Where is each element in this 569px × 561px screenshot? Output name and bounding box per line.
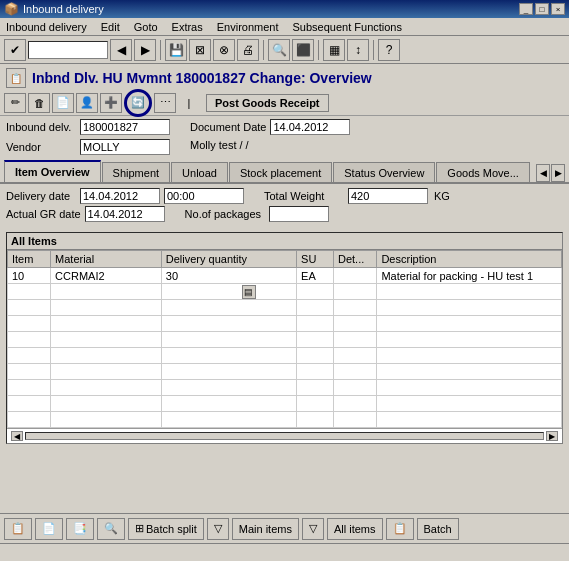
nav-right-button[interactable]: ▶ xyxy=(134,39,156,61)
tab-prev-button[interactable]: ◀ xyxy=(536,164,550,182)
table-row-input: ▤ xyxy=(8,284,562,300)
close-button[interactable]: × xyxy=(551,3,565,15)
tab-navigation: ◀ ▶ xyxy=(536,164,565,182)
sub-toolbar: ✏ 🗑 📄 👤 ➕ 🔄 ⋯ | Post Goods Receipt xyxy=(0,90,569,116)
batch-button[interactable]: Batch xyxy=(417,518,459,540)
cell-material: CCRMAI2 xyxy=(51,268,162,284)
toolbar-separator-4 xyxy=(373,40,374,60)
material-input[interactable] xyxy=(51,285,139,299)
minimize-button[interactable]: _ xyxy=(519,3,533,15)
main-toolbar: ✔ ◀ ▶ 💾 ⊠ ⊗ 🖨 🔍 ⬛ ▦ ↕ ? xyxy=(0,36,569,64)
cell-material-2[interactable] xyxy=(51,284,162,300)
delivery-date-input[interactable] xyxy=(80,188,160,204)
cell-det-2 xyxy=(334,284,377,300)
nav-left-button[interactable]: ◀ xyxy=(110,39,132,61)
filter-icon-btn-2[interactable]: ▽ xyxy=(302,518,324,540)
doc-icon-btn[interactable]: 📋 xyxy=(386,518,414,540)
tab-unload[interactable]: Unload xyxy=(171,162,228,182)
table-row-empty-8 xyxy=(8,412,562,428)
check-button[interactable]: ✔ xyxy=(4,39,26,61)
no-packages-input[interactable] xyxy=(269,206,329,222)
icon-btn-1[interactable]: 📋 xyxy=(4,518,32,540)
tab-item-overview[interactable]: Item Overview xyxy=(4,160,101,182)
col-det: Det... xyxy=(334,251,377,268)
filter-icon-2: ▽ xyxy=(309,522,317,535)
scroll-right-btn[interactable]: ▶ xyxy=(546,431,558,441)
cell-su-2 xyxy=(297,284,334,300)
shortcut-button[interactable]: ⊠ xyxy=(189,39,211,61)
batch-split-button[interactable]: ⊞ Batch split xyxy=(128,518,204,540)
scrollbar-track[interactable] xyxy=(25,432,544,440)
col-delivery-qty: Delivery quantity xyxy=(161,251,296,268)
vendor-input[interactable] xyxy=(80,139,170,155)
hu-movement-button[interactable]: 🔄 xyxy=(124,89,152,117)
user-btn[interactable]: 👤 xyxy=(76,93,98,113)
find-button[interactable]: 🔍 xyxy=(268,39,290,61)
menu-goto[interactable]: Goto xyxy=(132,21,160,33)
icon-btn-2[interactable]: 📄 xyxy=(35,518,63,540)
menu-subsequent-functions[interactable]: Subsequent Functions xyxy=(291,21,404,33)
delete-btn[interactable]: 🗑 xyxy=(28,93,50,113)
menu-inbound-delivery[interactable]: Inbound delivery xyxy=(4,21,89,33)
save-button[interactable]: 💾 xyxy=(165,39,187,61)
icon-btn-3[interactable]: 📑 xyxy=(66,518,94,540)
toolbar-separator-3 xyxy=(318,40,319,60)
icon-2: 📄 xyxy=(42,522,56,535)
find-next-button[interactable]: ⬛ xyxy=(292,39,314,61)
qty-picker-btn[interactable]: ▤ xyxy=(242,285,256,299)
post-goods-receipt-button[interactable]: Post Goods Receipt xyxy=(206,94,329,112)
cell-description: Material for packing - HU test 1 xyxy=(377,268,562,284)
menu-bar: Inbound delivery Edit Goto Extras Enviro… xyxy=(0,18,569,36)
qty-input[interactable] xyxy=(162,285,242,299)
doc-btn[interactable]: 📄 xyxy=(52,93,74,113)
title-bar-label: Inbound delivery xyxy=(23,3,104,15)
menu-environment[interactable]: Environment xyxy=(215,21,281,33)
add-btn[interactable]: ➕ xyxy=(100,93,122,113)
inbound-deliv-input[interactable] xyxy=(80,119,170,135)
table-row-empty-2 xyxy=(8,316,562,332)
table-row-empty-4 xyxy=(8,348,562,364)
vendor-name-value: Molly test / / xyxy=(190,139,249,151)
filter-icon-btn[interactable]: ▽ xyxy=(207,518,229,540)
document-date-input[interactable] xyxy=(270,119,350,135)
icon-4: 🔍 xyxy=(104,522,118,535)
tab-next-button[interactable]: ▶ xyxy=(551,164,565,182)
items-table-container: All Items Item Material Delivery quantit… xyxy=(6,232,563,444)
tab-stock-placement[interactable]: Stock placement xyxy=(229,162,332,182)
command-field[interactable] xyxy=(28,41,108,59)
scroll-left-btn[interactable]: ◀ xyxy=(11,431,23,441)
total-weight-input[interactable] xyxy=(348,188,428,204)
menu-edit[interactable]: Edit xyxy=(99,21,122,33)
table-row-empty-1 xyxy=(8,300,562,316)
cell-item: 10 xyxy=(8,268,51,284)
tab-status-overview[interactable]: Status Overview xyxy=(333,162,435,182)
all-items-label: All Items xyxy=(7,233,562,250)
extra-btn[interactable]: ⋯ xyxy=(154,93,176,113)
vendor-name-row: Molly test / / xyxy=(190,139,350,151)
filter-button[interactable]: ▦ xyxy=(323,39,345,61)
filter-icon: ▽ xyxy=(214,522,222,535)
help-button[interactable]: ? xyxy=(378,39,400,61)
all-items-button[interactable]: All items xyxy=(327,518,383,540)
vendor-row: Vendor xyxy=(6,139,170,155)
horizontal-scroll[interactable]: ◀ ▶ xyxy=(7,428,562,443)
actual-gr-row: Actual GR date No.of packages xyxy=(6,206,563,222)
table-row-empty-6 xyxy=(8,380,562,396)
tab-goods-move[interactable]: Goods Move... xyxy=(436,162,530,182)
actual-gr-input[interactable] xyxy=(85,206,165,222)
cell-delivery-qty: 30 xyxy=(161,268,296,284)
edit-icon-btn[interactable]: ✏ xyxy=(4,93,26,113)
col-item: Item xyxy=(8,251,51,268)
maximize-button[interactable]: □ xyxy=(535,3,549,15)
delivery-date-row: Delivery date Total Weight KG xyxy=(6,188,563,204)
sort-button[interactable]: ↕ xyxy=(347,39,369,61)
cancel-button[interactable]: ⊗ xyxy=(213,39,235,61)
main-items-button[interactable]: Main items xyxy=(232,518,299,540)
print-button[interactable]: 🖨 xyxy=(237,39,259,61)
delivery-time-input[interactable] xyxy=(164,188,244,204)
menu-extras[interactable]: Extras xyxy=(170,21,205,33)
cell-desc-2 xyxy=(377,284,562,300)
vendor-label: Vendor xyxy=(6,141,76,153)
icon-btn-4[interactable]: 🔍 xyxy=(97,518,125,540)
tab-shipment[interactable]: Shipment xyxy=(102,162,170,182)
